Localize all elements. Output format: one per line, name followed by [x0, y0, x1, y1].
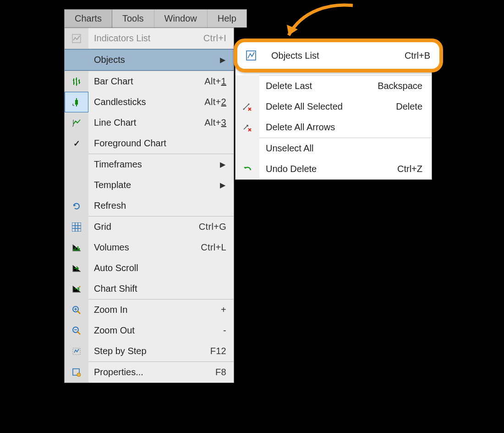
- submenu-objects-list-shortcut: Ctrl+B: [405, 50, 439, 61]
- menu-bar-chart-label: Bar Chart: [88, 76, 204, 87]
- menu-volumes[interactable]: Volumes Ctrl+L: [65, 237, 234, 258]
- submenu-arrow-icon: ▶: [220, 181, 234, 189]
- menu-timeframes[interactable]: Timeframes ▶: [65, 154, 234, 175]
- indicators-icon: [71, 33, 82, 44]
- menubar-item-charts[interactable]: Charts: [65, 10, 112, 28]
- menubar: Charts Tools Window Help: [64, 9, 247, 28]
- menu-refresh-label: Refresh: [88, 200, 234, 211]
- submenu-delete-last-shortcut: Backspace: [378, 81, 432, 91]
- submenu-delete-all-selected[interactable]: Delete All Selected Delete: [236, 96, 432, 117]
- menu-template[interactable]: Template ▶: [65, 175, 234, 195]
- callout-ring: Objects List Ctrl+B: [234, 39, 443, 72]
- submenu-arrow-icon: ▶: [220, 160, 234, 169]
- submenu-delete-all-arrows[interactable]: Delete All Arrows: [236, 117, 432, 138]
- menu-properties[interactable]: Properties... F8: [65, 362, 234, 383]
- svg-point-7: [77, 373, 81, 377]
- menu-candlesticks-label: Candlesticks: [88, 97, 204, 107]
- menu-grid-shortcut: Ctrl+G: [199, 222, 234, 232]
- menu-step-by-step[interactable]: Step by Step F12: [65, 341, 234, 361]
- menu-indicators-shortcut: Ctrl+I: [203, 33, 234, 44]
- menu-refresh[interactable]: Refresh: [65, 195, 234, 216]
- properties-icon: [71, 366, 82, 378]
- menu-line-chart[interactable]: Line Chart Alt+3: [65, 112, 234, 133]
- menu-properties-label: Properties...: [88, 367, 215, 377]
- delete-selected-icon: [241, 101, 253, 113]
- menu-template-label: Template: [88, 180, 220, 190]
- submenu-undo-label: Undo Delete: [259, 164, 397, 174]
- menu-zoom-out-label: Zoom Out: [88, 325, 223, 336]
- menu-zoom-in-shortcut: +: [221, 305, 234, 315]
- menu-foreground-chart[interactable]: ✓ Foreground Chart: [65, 133, 234, 154]
- svg-point-9: [248, 103, 250, 105]
- menu-zoom-out[interactable]: Zoom Out -: [65, 320, 234, 341]
- menubar-item-tools[interactable]: Tools: [112, 10, 154, 28]
- svg-rect-1: [75, 100, 78, 105]
- menubar-item-help[interactable]: Help: [208, 10, 247, 28]
- objects-list-icon: [245, 50, 257, 61]
- menu-auto-scroll-label: Auto Scroll: [88, 263, 234, 273]
- volumes-icon: [71, 242, 82, 254]
- menu-candlesticks[interactable]: Candlesticks Alt+2: [65, 92, 234, 112]
- menubar-item-window[interactable]: Window: [154, 10, 208, 28]
- menu-step-label: Step by Step: [88, 346, 210, 356]
- svg-point-8: [243, 108, 245, 110]
- menu-separator: [236, 75, 432, 76]
- menu-grid[interactable]: Grid Ctrl+G: [65, 216, 234, 237]
- menu-zoom-out-shortcut: -: [223, 325, 234, 336]
- submenu-delete-selected-shortcut: Delete: [396, 101, 432, 112]
- menu-indicators-list: Indicators List Ctrl+I: [65, 28, 234, 49]
- step-icon: [71, 345, 82, 357]
- menu-volumes-shortcut: Ctrl+L: [201, 242, 234, 253]
- undo-icon: [241, 163, 253, 175]
- submenu-delete-arrows-label: Delete All Arrows: [259, 122, 432, 133]
- menu-line-chart-shortcut: Alt+3: [204, 117, 234, 128]
- grid-icon: [71, 221, 82, 233]
- submenu-unselect-label: Unselect All: [259, 143, 432, 154]
- submenu-undo-shortcut: Ctrl+Z: [397, 164, 432, 174]
- menu-foreground-label: Foreground Chart: [88, 138, 234, 149]
- candlestick-icon: [71, 96, 82, 108]
- chart-shift-icon: [71, 283, 82, 295]
- menu-zoom-in-label: Zoom In: [88, 305, 221, 315]
- refresh-icon: [71, 200, 82, 212]
- zoom-out-icon: [71, 325, 82, 337]
- bar-chart-icon: [71, 76, 82, 88]
- menu-line-chart-label: Line Chart: [88, 117, 204, 128]
- menu-auto-scroll[interactable]: Auto Scroll: [65, 258, 234, 278]
- submenu-delete-selected-label: Delete All Selected: [259, 101, 396, 112]
- menu-properties-shortcut: F8: [215, 367, 234, 377]
- menu-chart-shift-label: Chart Shift: [88, 283, 234, 294]
- menu-bar-chart[interactable]: Bar Chart Alt+1: [65, 71, 234, 92]
- menu-separator: [236, 138, 432, 138]
- menu-timeframes-label: Timeframes: [88, 159, 220, 170]
- charts-dropdown: Indicators List Ctrl+I Objects ▶ Bar Cha…: [64, 28, 234, 383]
- delete-arrows-icon: [241, 122, 253, 133]
- menu-grid-label: Grid: [88, 222, 199, 232]
- menu-volumes-label: Volumes: [88, 242, 201, 253]
- submenu-objects-list-label[interactable]: Objects List: [265, 50, 405, 61]
- submenu-delete-last[interactable]: Delete Last Backspace: [236, 76, 432, 96]
- menu-indicators-label: Indicators List: [88, 33, 203, 44]
- menu-objects-label: Objects: [88, 55, 220, 65]
- zoom-in-icon: [71, 304, 82, 316]
- submenu-delete-last-label: Delete Last: [259, 81, 378, 91]
- submenu-arrow-icon: ▶: [220, 56, 234, 64]
- checkmark-icon: ✓: [71, 138, 82, 150]
- auto-scroll-icon: [71, 262, 82, 274]
- submenu-unselect-all[interactable]: Unselect All: [236, 138, 432, 159]
- menu-objects[interactable]: Objects ▶: [65, 49, 234, 71]
- menu-zoom-in[interactable]: Zoom In +: [65, 300, 234, 320]
- menu-bar-chart-shortcut: Alt+1: [204, 76, 234, 87]
- line-chart-icon: [71, 117, 82, 129]
- menu-chart-shift[interactable]: Chart Shift: [65, 278, 234, 299]
- svg-point-2: [79, 286, 81, 287]
- submenu-undo-delete[interactable]: Undo Delete Ctrl+Z: [236, 159, 432, 179]
- menu-step-shortcut: F12: [210, 346, 234, 356]
- menu-candlesticks-shortcut: Alt+2: [204, 97, 234, 107]
